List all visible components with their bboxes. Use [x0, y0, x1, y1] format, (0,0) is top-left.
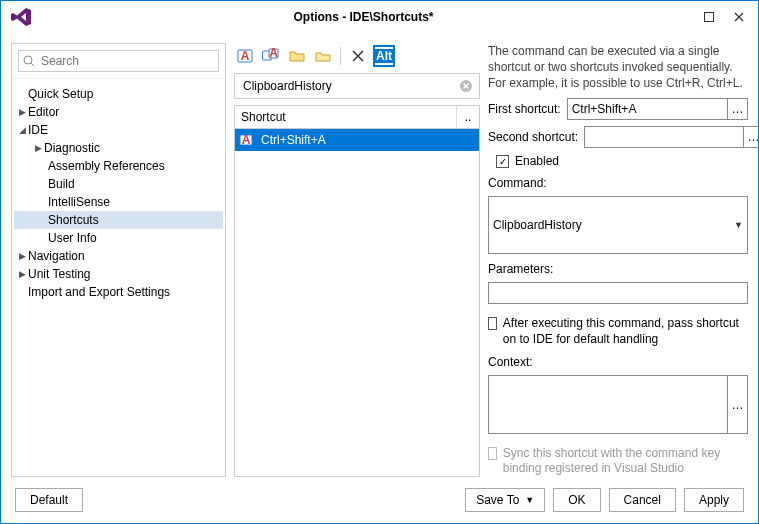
tree-item-editor[interactable]: ▶Editor	[14, 103, 223, 121]
maximize-button[interactable]	[694, 5, 724, 29]
close-button[interactable]	[724, 5, 754, 29]
alt-mode-icon[interactable]: Alt	[373, 45, 395, 67]
chevron-right-icon[interactable]: ▶	[16, 251, 28, 261]
separator	[340, 47, 341, 65]
svg-text:A: A	[241, 49, 250, 63]
chevron-right-icon[interactable]: ▶	[16, 107, 28, 117]
shortcut-list: Shortcut .. A Ctrl+Shift+A	[234, 105, 480, 477]
chevron-down-icon: ▼	[734, 220, 743, 230]
first-shortcut-picker[interactable]: …	[727, 99, 747, 119]
clear-filter-icon[interactable]	[459, 79, 473, 93]
second-shortcut-input[interactable]: …	[584, 126, 759, 148]
first-shortcut-label: First shortcut:	[488, 102, 561, 116]
svg-point-1	[24, 56, 32, 64]
dialog-footer: Default Save To ▼ OK Cancel Apply	[1, 477, 758, 523]
show-all-icon[interactable]: A	[260, 45, 282, 67]
tree-item-ide[interactable]: ◢IDE	[14, 121, 223, 139]
pass-shortcut-checkbox[interactable]: After executing this command, pass short…	[488, 316, 748, 347]
tree-item-unit-testing[interactable]: ▶Unit Testing	[14, 265, 223, 283]
search-box[interactable]	[18, 50, 219, 72]
enabled-checkbox[interactable]: ✓ Enabled	[496, 154, 748, 168]
column-shortcut[interactable]: Shortcut	[235, 106, 457, 128]
checkbox-icon	[488, 447, 497, 460]
command-label: Command:	[488, 176, 748, 190]
nav-panel: Quick Setup ▶Editor ◢IDE ▶Diagnostic Ass…	[11, 43, 226, 477]
options-window: Options - IDE\Shortcuts* Quick Setup ▶Ed…	[0, 0, 759, 524]
parameters-label: Parameters:	[488, 262, 748, 276]
checkbox-icon	[488, 317, 497, 330]
first-shortcut-input[interactable]: …	[567, 98, 748, 120]
parameters-input[interactable]	[488, 282, 748, 304]
show-assigned-icon[interactable]: A	[234, 45, 256, 67]
tree-item-diagnostic[interactable]: ▶Diagnostic	[14, 139, 223, 157]
filter-box[interactable]	[234, 73, 480, 99]
delete-icon[interactable]	[347, 45, 369, 67]
command-combo[interactable]: ClipboardHistory ▼	[488, 196, 748, 255]
svg-text:Alt: Alt	[376, 49, 392, 63]
second-shortcut-label: Second shortcut:	[488, 130, 578, 144]
search-icon	[23, 55, 35, 67]
second-shortcut-picker[interactable]: …	[743, 127, 759, 147]
chevron-down-icon: ▼	[525, 495, 534, 505]
tree-item-assembly-references[interactable]: Assembly References	[14, 157, 223, 175]
apply-button[interactable]: Apply	[684, 488, 744, 512]
tree-item-build[interactable]: Build	[14, 175, 223, 193]
context-input[interactable]: …	[488, 375, 748, 434]
context-picker[interactable]: …	[727, 376, 747, 433]
cancel-button[interactable]: Cancel	[609, 488, 676, 512]
svg-text:A: A	[242, 133, 251, 147]
vs-logo-icon	[9, 5, 33, 29]
svg-rect-0	[705, 13, 714, 22]
titlebar: Options - IDE\Shortcuts*	[1, 1, 758, 33]
default-button[interactable]: Default	[15, 488, 83, 512]
search-input[interactable]	[39, 53, 214, 69]
shortcut-toolbar: A A Alt	[234, 43, 480, 69]
tree-item-navigation[interactable]: ▶Navigation	[14, 247, 223, 265]
list-item[interactable]: A Ctrl+Shift+A	[235, 129, 479, 151]
tree-item-intellisense[interactable]: IntelliSense	[14, 193, 223, 211]
sync-checkbox: Sync this shortcut with the command key …	[488, 446, 748, 477]
folder-open-icon[interactable]	[286, 45, 308, 67]
folder-icon[interactable]	[312, 45, 334, 67]
tree-item-import-export[interactable]: Import and Export Settings	[14, 283, 223, 301]
description-text: The command can be executed via a single…	[488, 43, 748, 92]
shortcut-panel: A A Alt	[234, 43, 480, 477]
save-to-button[interactable]: Save To ▼	[465, 488, 545, 512]
tree-item-user-info[interactable]: User Info	[14, 229, 223, 247]
filter-input[interactable]	[241, 78, 455, 94]
context-label: Context:	[488, 355, 748, 369]
settings-tree[interactable]: Quick Setup ▶Editor ◢IDE ▶Diagnostic Ass…	[12, 79, 225, 476]
svg-text:A: A	[269, 48, 278, 60]
keyboard-icon: A	[235, 133, 257, 147]
list-item-label: Ctrl+Shift+A	[257, 133, 479, 147]
detail-panel: The command can be executed via a single…	[488, 43, 748, 477]
chevron-right-icon[interactable]: ▶	[32, 143, 44, 153]
tree-item-quick-setup[interactable]: Quick Setup	[14, 85, 223, 103]
chevron-down-icon[interactable]: ◢	[16, 125, 28, 135]
tree-item-shortcuts[interactable]: Shortcuts	[14, 211, 223, 229]
window-title: Options - IDE\Shortcuts*	[33, 10, 694, 24]
check-icon: ✓	[496, 155, 509, 168]
list-header: Shortcut ..	[235, 106, 479, 129]
column-more[interactable]: ..	[457, 106, 479, 128]
dialog-body: Quick Setup ▶Editor ◢IDE ▶Diagnostic Ass…	[1, 33, 758, 477]
ok-button[interactable]: OK	[553, 488, 600, 512]
chevron-right-icon[interactable]: ▶	[16, 269, 28, 279]
